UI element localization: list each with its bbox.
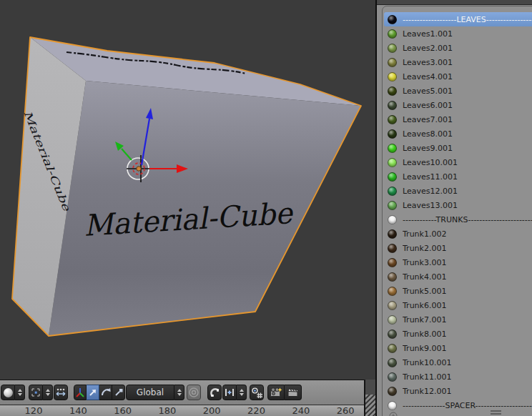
material-color-swatch [388, 330, 397, 339]
material-row[interactable]: Leaves6.001 [383, 98, 532, 112]
material-color-swatch [388, 187, 397, 196]
material-row[interactable]: Trunk9.001 [383, 341, 532, 355]
material-row[interactable]: Trunk12.001 [383, 384, 532, 398]
render-camera-icon [270, 387, 282, 398]
material-row[interactable]: Leaves5.001 [383, 84, 532, 98]
material-row[interactable]: Leaves11.001 [383, 169, 532, 184]
material-name: Trunk11.001 [403, 372, 451, 382]
material-row[interactable]: Leaves13.001 [383, 198, 532, 212]
material-name: -------------------LEAVES---------------… [403, 15, 532, 24]
rotate-arc-icon [100, 387, 112, 398]
material-row[interactable]: Trunk7.001 [383, 312, 532, 327]
material-name: Leaves5.001 [403, 86, 453, 96]
material-row[interactable]: Leaves2.001 [383, 41, 532, 55]
material-name: Leaves6.001 [403, 101, 453, 110]
proportional-editing-icon [188, 387, 200, 398]
stepper-down-icon [177, 393, 182, 396]
material-name: ------------TRUNKS----------------------… [403, 215, 532, 224]
rotate-manipulator-button[interactable] [99, 385, 112, 400]
material-row[interactable]: Trunk4.001 [383, 269, 532, 284]
transform-manipulator-button[interactable] [74, 385, 87, 400]
stepper-up-icon [18, 389, 22, 392]
material-color-swatch [388, 301, 397, 310]
frame-number: 140 [69, 405, 87, 416]
blender-window: Material-Cube Material-Cube [0, 0, 532, 416]
pivot-point-group [29, 385, 53, 400]
material-color-swatch [388, 344, 397, 353]
material-row[interactable]: Leaves12.001 [383, 184, 532, 198]
timeline-ruler[interactable]: 120140160180200220240260 [0, 405, 364, 416]
material-color-swatch [388, 201, 397, 210]
viewport-shading-group [1, 385, 25, 400]
material-row[interactable]: Leaves10.001 [383, 155, 532, 169]
gizmo-center[interactable] [137, 167, 141, 171]
material-row[interactable]: Trunk11.001 [383, 370, 532, 384]
material-row[interactable]: Leaves4.001 [383, 69, 532, 84]
viewport-3d[interactable]: Material-Cube Material-Cube [0, 0, 375, 380]
snap-magnet-button[interactable] [207, 385, 222, 400]
area-resize-grip[interactable] [365, 395, 375, 416]
frame-number: 200 [203, 405, 221, 416]
material-name: Trunk3.001 [403, 258, 446, 267]
translate-manipulator-button[interactable] [87, 385, 99, 400]
render-image-button[interactable] [267, 385, 285, 400]
manipulate-centers-button[interactable] [54, 385, 68, 400]
material-name: Trunk2.001 [403, 244, 446, 253]
material-row[interactable]: ---------------SPACER-------------------… [383, 398, 532, 412]
material-row[interactable]: Leaves8.001 [383, 127, 532, 141]
material-row[interactable]: Leaves9.001 [383, 141, 532, 155]
material-color-swatch [388, 401, 397, 410]
material-color-swatch [388, 287, 397, 296]
add-material-button[interactable] [389, 410, 398, 416]
material-row[interactable]: Leaves7.001 [383, 112, 532, 127]
material-row[interactable]: Trunk2.001 [383, 241, 532, 255]
material-row[interactable]: Leaves3.001 [383, 55, 532, 69]
plus-circle-icon [389, 412, 398, 416]
material-list[interactable]: -------------------LEAVES---------------… [382, 6, 532, 416]
render-animation-button[interactable] [285, 385, 302, 400]
orientation-label: Global [137, 387, 164, 397]
material-row[interactable]: Trunk5.001 [383, 284, 532, 298]
stepper-up-icon [177, 389, 182, 392]
material-name: Trunk7.001 [403, 315, 446, 325]
snap-element-stepper[interactable] [237, 385, 247, 400]
pivot-point-stepper[interactable] [43, 385, 53, 400]
material-name: Leaves8.001 [403, 129, 453, 139]
material-name: ---------------SPACER-------------------… [403, 401, 532, 410]
snap-element-button[interactable] [222, 385, 237, 400]
proportional-editing-button[interactable] [187, 385, 201, 400]
material-color-swatch [388, 229, 397, 239]
stepper-up-icon [46, 389, 50, 392]
render-animation-clapper-icon [287, 387, 300, 398]
pivot-point-icon [31, 387, 41, 397]
pivot-point-button[interactable] [29, 385, 43, 400]
material-name: Leaves7.001 [403, 115, 453, 124]
material-row[interactable]: Trunk3.001 [383, 255, 532, 269]
material-row[interactable]: ------------TRUNKS----------------------… [383, 212, 532, 227]
scale-arrow-icon [113, 387, 124, 398]
stepper-down-icon [18, 393, 22, 396]
viewport-shading-button[interactable] [1, 385, 15, 400]
material-row[interactable]: Trunk8.001 [383, 327, 532, 341]
material-row[interactable]: Leaves1.001 [383, 26, 532, 41]
scale-manipulator-button[interactable] [112, 385, 125, 400]
material-color-swatch [388, 215, 397, 224]
translate-arrow-icon [87, 387, 99, 398]
material-color-swatch [388, 172, 397, 182]
viewport-shading-stepper[interactable] [15, 385, 25, 400]
material-color-swatch [388, 86, 397, 96]
material-row[interactable]: Trunk6.001 [383, 298, 532, 312]
list-resize-handle[interactable] [491, 410, 501, 415]
frame-number: 120 [25, 405, 43, 416]
orientation-dropdown[interactable]: Global [126, 385, 174, 400]
material-row[interactable]: Trunk1.002 [383, 227, 532, 241]
viewport-scene: Material-Cube Material-Cube [0, 0, 375, 380]
material-row[interactable]: Trunk10.001 [383, 355, 532, 370]
material-name: Leaves1.001 [403, 29, 453, 39]
material-name: Leaves3.001 [403, 58, 453, 67]
material-name: Trunk1.002 [403, 229, 446, 239]
frame-number: 160 [114, 405, 132, 416]
material-row[interactable]: -------------------LEAVES---------------… [384, 12, 532, 26]
snap-target-button[interactable] [250, 385, 264, 400]
orientation-stepper[interactable] [174, 385, 184, 400]
